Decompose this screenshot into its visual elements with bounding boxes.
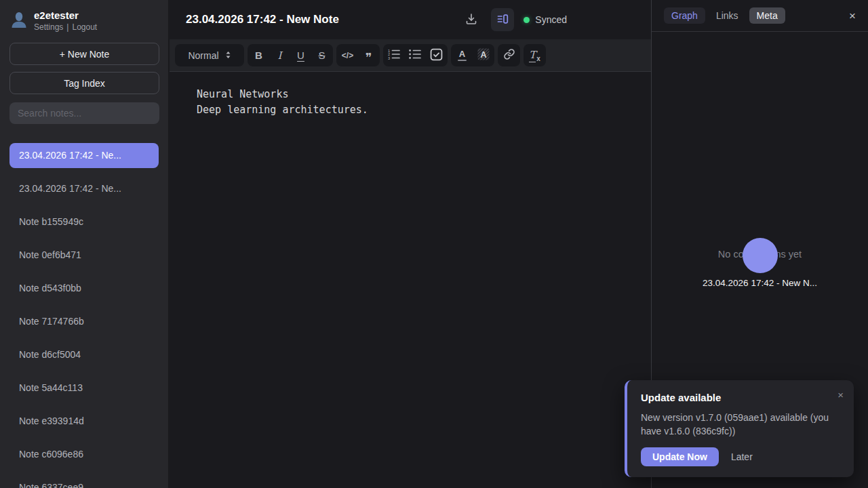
note-list-item[interactable]: 23.04.2026 17:42 - Ne...: [9, 143, 159, 168]
toast-close-icon[interactable]: ×: [837, 390, 844, 400]
note-list-item[interactable]: 23.04.2026 17:42 - Ne...: [9, 176, 159, 201]
editor-line: Neural Networks: [197, 87, 624, 102]
checkbox-icon: [430, 48, 443, 63]
note-list: 23.04.2026 17:42 - Ne... 23.04.2026 17:4…: [9, 143, 159, 488]
text-color-icon: A: [458, 49, 467, 61]
underline-button[interactable]: U: [290, 45, 311, 66]
text-color-button[interactable]: A: [452, 45, 473, 66]
download-button[interactable]: [461, 9, 481, 30]
chevron-updown-icon: [225, 50, 231, 61]
italic-button[interactable]: I: [269, 45, 290, 66]
side-panel-header: Graph Links Meta ×: [652, 0, 868, 32]
sync-status-label: Synced: [535, 14, 567, 25]
ordered-list-icon: 1 2 3: [388, 49, 401, 62]
ordered-list-button[interactable]: 1 2 3: [384, 45, 405, 66]
note-list-item[interactable]: Note b155949c: [9, 209, 159, 235]
graph-node[interactable]: [743, 238, 778, 273]
note-title: 23.04.2026 17:42 - New Note: [186, 13, 339, 26]
strikethrough-button[interactable]: S: [311, 45, 332, 66]
update-now-button[interactable]: Update Now: [641, 447, 719, 466]
highlight-icon: A: [477, 48, 490, 62]
checklist-button[interactable]: [426, 45, 447, 66]
note-list-item[interactable]: Note 6337cee9: [9, 475, 159, 488]
svg-text:3: 3: [388, 56, 390, 60]
note-list-item[interactable]: Note 5a44c113: [9, 375, 159, 401]
logout-link[interactable]: Logout: [72, 22, 97, 32]
bullet-list-icon: [409, 49, 422, 62]
note-list-item[interactable]: Note d543f0bb: [9, 276, 159, 301]
main-area: 23.04.2026 17:42 - New Note Synced: [170, 0, 651, 488]
bullet-list-button[interactable]: [405, 45, 426, 66]
sync-status: Synced: [524, 14, 567, 25]
block-format-select[interactable]: Normal: [175, 44, 244, 66]
note-list-item[interactable]: Note e393914d: [9, 409, 159, 434]
note-list-item[interactable]: Note 0ef6b471: [9, 243, 159, 268]
blockquote-button[interactable]: ❞: [358, 45, 379, 66]
user-avatar-icon: [9, 10, 28, 32]
close-panel-button[interactable]: ×: [849, 10, 856, 22]
note-editor[interactable]: Neural Networks Deep learning architectu…: [170, 72, 651, 488]
update-toast-title: Update available: [641, 392, 840, 403]
later-button[interactable]: Later: [731, 451, 753, 462]
tab-meta[interactable]: Meta: [749, 7, 785, 24]
editor-toolbar: Normal B I U S </> ❞ 1 2 3: [170, 39, 651, 72]
editor-line: Deep learning architectures.: [197, 102, 624, 118]
sync-status-dot: [524, 17, 530, 23]
update-toast-message: New version v1.7.0 (059aae1) available (…: [641, 411, 840, 438]
search-notes-input[interactable]: [9, 102, 159, 124]
code-block-button[interactable]: </>: [337, 45, 358, 66]
user-links-divider: |: [66, 22, 68, 32]
graph-node-label: 23.04.2026 17:42 - New N...: [652, 278, 868, 288]
clear-formatting-button[interactable]: Tx: [524, 45, 545, 66]
tab-links[interactable]: Links: [715, 7, 740, 24]
tag-index-button[interactable]: Tag Index: [9, 72, 159, 94]
new-note-button[interactable]: + New Note: [9, 43, 159, 65]
clear-formatting-icon: Tx: [529, 49, 540, 62]
user-profile: e2etester Settings | Logout: [9, 9, 159, 32]
tab-graph[interactable]: Graph: [664, 7, 705, 24]
sidebar: e2etester Settings | Logout + New Note T…: [0, 0, 169, 488]
note-list-item[interactable]: Note c6096e86: [9, 442, 159, 467]
toggle-side-panel-button[interactable]: [491, 8, 514, 31]
side-panel-icon: [496, 12, 509, 28]
note-list-item[interactable]: Note 7174766b: [9, 309, 159, 334]
bold-button[interactable]: B: [248, 45, 269, 66]
settings-link[interactable]: Settings: [34, 22, 63, 32]
main-header: 23.04.2026 17:42 - New Note Synced: [170, 0, 651, 39]
user-name: e2etester: [34, 9, 97, 21]
svg-text:A: A: [480, 50, 486, 60]
note-list-item[interactable]: Note d6cf5004: [9, 342, 159, 367]
insert-link-button[interactable]: [498, 45, 519, 66]
block-format-value: Normal: [188, 50, 218, 61]
update-toast: Update available × New version v1.7.0 (0…: [625, 380, 854, 477]
highlight-color-button[interactable]: A: [473, 45, 494, 66]
download-icon: [465, 12, 478, 28]
link-icon: [503, 48, 515, 62]
